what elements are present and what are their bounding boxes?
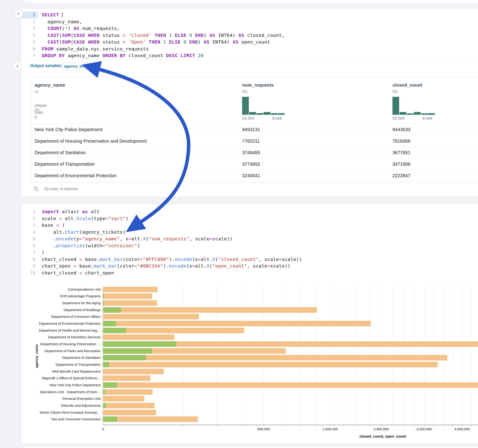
x-axis-tick-label: 800,000: [250, 427, 277, 431]
histogram-bar: [414, 112, 421, 115]
x-axis-tick-label: 1,600,000: [316, 427, 344, 431]
y-axis-title: agency_name: [35, 344, 39, 368]
y-axis-tick: [101, 406, 103, 406]
y-axis-tick: [101, 317, 103, 317]
y-axis-tick: [101, 289, 103, 290]
line-number: 4: [21, 32, 38, 39]
code-line[interactable]: 4 alt.Chart(agency_tickets): [21, 229, 478, 236]
next-cell-edge: [24, 446, 478, 448]
table-row[interactable]: Department of Sanitation37494853677651: [31, 147, 478, 158]
bar-closed-count: [103, 375, 150, 381]
y-axis-tick: [101, 385, 103, 385]
code-line[interactable]: 5 .encode(y="agency_name", x=alt.X("num_…: [21, 236, 478, 243]
bar-open-count: [103, 341, 176, 347]
histogram-bar: [256, 113, 263, 115]
cell-agency-name: Department of Sanitation: [35, 147, 86, 158]
y-axis-tick: [101, 358, 103, 358]
y-axis-category-label: Mayorâ€ s Office of Special Enforce…: [31, 376, 101, 380]
x-axis-title: closed_count, open_count: [337, 434, 429, 439]
histogram-bar: [278, 113, 284, 115]
line-number: 3: [21, 25, 38, 32]
histogram-bar: [392, 97, 399, 115]
table-row[interactable]: Department of Environmental Protection22…: [31, 170, 478, 181]
line-number: 7: [21, 52, 38, 59]
notebook-canvas: + + 1⌄SELECT 2 agency_name,3 COUNT(*) AS…: [0, 0, 478, 448]
code-line[interactable]: 9chart_open = base.mark_bar(color="#8BC3…: [21, 263, 478, 270]
code-line[interactable]: 4 CAST(SUM(CASE WHEN status = 'Closed' T…: [21, 32, 478, 39]
search-icon[interactable]: [34, 187, 39, 192]
y-axis-tick: [101, 337, 103, 337]
output-variable-row: Output variable: agency_tickets: [21, 60, 478, 73]
bar-closed-count: [103, 403, 155, 408]
code-line[interactable]: 7): [21, 249, 478, 256]
bar-open-count: [103, 389, 105, 395]
add-cell-button-middle[interactable]: +: [13, 62, 22, 71]
y-axis-category-label: Department of Homeless Services: [31, 335, 101, 339]
code-line[interactable]: 1⌄SELECT: [21, 12, 478, 19]
x-axis-tick-label: 0: [89, 427, 117, 431]
line-number: 5: [21, 39, 38, 46]
bar-closed-count: [103, 293, 152, 299]
code-line[interactable]: 8chart_closed = base.mark_bar(color="#FF…: [21, 256, 478, 263]
add-cell-button-top[interactable]: +: [14, 9, 23, 18]
cell-closed-count: 9443533: [392, 124, 410, 135]
y-axis-category-label: Department of Housing Preservation …: [31, 342, 101, 346]
y-axis-tick: [101, 378, 103, 378]
line-number: 5: [21, 236, 38, 243]
table-row[interactable]: Department of Transportation377489234719…: [31, 158, 478, 170]
y-axis-category-label: Refunds and Adjustments: [31, 404, 101, 407]
output-variable-label: Output variable:: [30, 63, 62, 68]
table-row[interactable]: Department of Housing Preservation and D…: [31, 135, 478, 147]
y-axis-category-label: Department of Environmental Protection: [31, 322, 101, 325]
bar-open-count: [103, 300, 104, 306]
code-line[interactable]: 10chart_closed + chart_open: [21, 270, 478, 277]
bar-open-count: [103, 307, 121, 313]
cell-closed-count: 3677651: [392, 147, 410, 158]
y-axis-category-label: Department of Parks and Recreation: [31, 349, 101, 353]
column-type: i64: [242, 89, 247, 94]
code-line[interactable]: 3 COUNT(*) AS num_requests,: [21, 25, 478, 32]
line-number: 6: [21, 243, 38, 249]
bar-closed-count: [103, 396, 144, 401]
table-row[interactable]: New York City Police Department945313194…: [31, 124, 478, 135]
sql-code-editor[interactable]: 1⌄SELECT 2 agency_name,3 COUNT(*) AS num…: [21, 12, 478, 59]
histogram-bar: [400, 112, 406, 115]
gridline: [453, 286, 453, 425]
fold-chevron-icon[interactable]: ⌄: [37, 223, 38, 230]
bar-closed-count: [103, 382, 478, 388]
bar-open-count: [103, 403, 106, 408]
cell-agency-name: Department of Environmental Protection: [35, 170, 117, 181]
y-axis-tick: [101, 419, 103, 419]
code-line[interactable]: 6FROM sample_data.nyc.service_requests: [21, 46, 478, 53]
y-axis-category-label: Department of Transportation: [31, 362, 101, 367]
fold-chevron-icon[interactable]: ⌄: [37, 12, 38, 19]
code-line[interactable]: 3⌄base = (: [21, 222, 478, 229]
histogram-bar: [428, 113, 435, 115]
gridline: [471, 286, 471, 425]
code-line[interactable]: 2scale = alt.Scale(type="sqrt"): [21, 215, 478, 222]
code-line[interactable]: 7GROUP BY agency_name ORDER BY closed_co…: [21, 52, 478, 59]
y-axis-category-label: Senior Citizen Rent Increase Exempti…: [31, 411, 101, 414]
x-axis-tick-label: 2,400,000: [367, 427, 395, 431]
python-code-editor[interactable]: 1import altair as alt2scale = alt.Scale(…: [21, 208, 478, 276]
x-axis-tick-label: 4,000,000: [448, 427, 476, 431]
line-number: 7: [21, 249, 38, 256]
y-axis-tick: [101, 296, 103, 296]
bar-closed-count: [103, 300, 157, 306]
code-line[interactable]: 2 agency_name,: [21, 19, 478, 25]
result-table: agency_namestrunique: 20nulls: 0num_requ…: [31, 77, 478, 182]
bar-open-count: [103, 293, 104, 299]
bar-open-count: [103, 348, 152, 354]
line-number: 2: [21, 19, 38, 25]
y-axis-category-label: Department of Health and Mental Hyg…: [31, 328, 101, 332]
column-histogram: [242, 97, 285, 115]
output-variable-pill[interactable]: agency_tickets: [62, 63, 90, 70]
code-line[interactable]: 1import altair as alt: [21, 208, 478, 215]
code-line[interactable]: 5 CAST(SUM(CASE WHEN status = 'Open' THE…: [21, 39, 478, 46]
bar-open-count: [103, 362, 109, 367]
bar-closed-count: [103, 334, 174, 340]
line-number: 10: [21, 270, 38, 277]
code-line[interactable]: 6 .properties(width="container"): [21, 243, 478, 249]
y-axis-tick: [101, 303, 103, 303]
cell-agency-name: Department of Housing Preservation and D…: [35, 135, 147, 147]
